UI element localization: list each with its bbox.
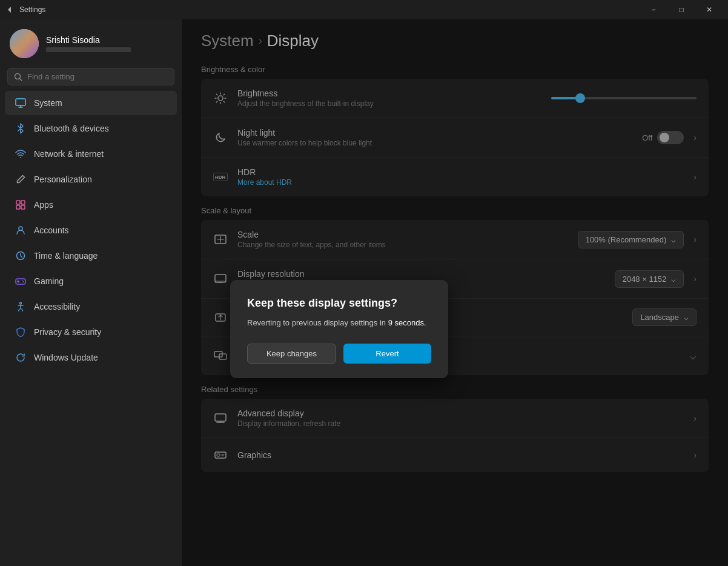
maximize-button[interactable]: □ — [667, 0, 695, 19]
close-button[interactable]: ✕ — [695, 0, 723, 19]
search-input[interactable] — [27, 72, 168, 81]
svg-point-16 — [23, 281, 24, 282]
dialog-buttons: Keep changes Revert — [247, 344, 431, 364]
personalization-icon — [15, 173, 27, 185]
sidebar-item-label-accessibility: Accessibility — [34, 302, 80, 311]
apps-icon — [15, 199, 27, 211]
sidebar-item-label-time: Time & language — [34, 251, 98, 261]
sidebar-item-label-personalization: Personalization — [34, 175, 92, 184]
titlebar-controls: − □ ✕ — [640, 0, 723, 19]
revert-button[interactable]: Revert — [343, 344, 431, 364]
dialog-body: Reverting to previous display settings i… — [247, 317, 431, 329]
sidebar-item-system[interactable]: System — [5, 91, 177, 115]
search-box[interactable] — [7, 68, 174, 85]
svg-line-1 — [20, 78, 22, 81]
titlebar: Settings − □ ✕ — [0, 0, 728, 19]
avatar — [10, 29, 39, 58]
svg-point-15 — [22, 281, 23, 282]
sidebar-item-bluetooth[interactable]: Bluetooth & devices — [5, 116, 177, 141]
sidebar-item-label-network: Network & internet — [34, 149, 104, 159]
user-email-bar — [46, 47, 131, 52]
system-icon — [15, 97, 27, 109]
app-body: Srishti Sisodia System — [0, 19, 728, 566]
sidebar-item-label-apps: Apps — [34, 200, 53, 210]
svg-rect-9 — [21, 205, 25, 209]
dialog: Keep these display settings? Reverting t… — [230, 280, 448, 378]
search-icon — [14, 73, 22, 81]
sidebar-item-personalization[interactable]: Personalization — [5, 167, 177, 191]
sidebar-item-apps[interactable]: Apps — [5, 193, 177, 217]
sidebar-item-label-update: Windows Update — [34, 353, 98, 362]
sidebar-item-label-system: System — [34, 98, 62, 108]
update-icon — [15, 351, 27, 364]
sidebar-item-accounts[interactable]: Accounts — [5, 218, 177, 242]
accessibility-icon — [15, 301, 27, 313]
sidebar-item-label-bluetooth: Bluetooth & devices — [34, 124, 109, 133]
network-icon — [15, 148, 27, 160]
sidebar: Srishti Sisodia System — [0, 19, 182, 566]
bluetooth-icon — [15, 122, 27, 135]
titlebar-title: Settings — [19, 5, 45, 14]
sidebar-item-time[interactable]: Time & language — [5, 244, 177, 268]
main-content: System › Display Brightness & color — [182, 19, 728, 566]
privacy-icon — [15, 326, 27, 338]
time-icon — [15, 250, 27, 262]
nav-wrapper-system: System — [0, 90, 182, 116]
user-info: Srishti Sisodia — [46, 35, 131, 52]
dialog-seconds: 9 seconds. — [388, 318, 426, 327]
svg-rect-7 — [21, 201, 25, 204]
svg-rect-8 — [16, 205, 20, 209]
dialog-body-prefix: Reverting to previous display settings i… — [247, 318, 388, 327]
svg-rect-6 — [16, 201, 20, 204]
dialog-title: Keep these display settings? — [247, 297, 431, 310]
sidebar-item-accessibility[interactable]: Accessibility — [5, 295, 177, 319]
gaming-icon — [15, 275, 27, 287]
sidebar-user: Srishti Sisodia — [0, 19, 182, 65]
minimize-button[interactable]: − — [640, 0, 667, 19]
svg-point-5 — [20, 157, 21, 158]
sidebar-item-gaming[interactable]: Gaming — [5, 269, 177, 293]
sidebar-item-label-gaming: Gaming — [34, 276, 64, 286]
sidebar-item-network[interactable]: Network & internet — [5, 142, 177, 166]
sidebar-item-label-privacy: Privacy & security — [34, 327, 101, 337]
dialog-overlay: Keep these display settings? Reverting t… — [182, 19, 728, 566]
titlebar-left: Settings — [5, 5, 45, 15]
svg-rect-2 — [16, 99, 25, 105]
sidebar-item-label-accounts: Accounts — [34, 225, 69, 235]
svg-point-10 — [19, 227, 22, 230]
user-name: Srishti Sisodia — [46, 35, 131, 45]
back-icon[interactable] — [5, 5, 15, 15]
sidebar-item-update[interactable]: Windows Update — [5, 345, 177, 370]
svg-point-17 — [20, 302, 22, 304]
keep-changes-button[interactable]: Keep changes — [247, 344, 336, 364]
accounts-icon — [15, 224, 27, 236]
sidebar-item-privacy[interactable]: Privacy & security — [5, 320, 177, 344]
